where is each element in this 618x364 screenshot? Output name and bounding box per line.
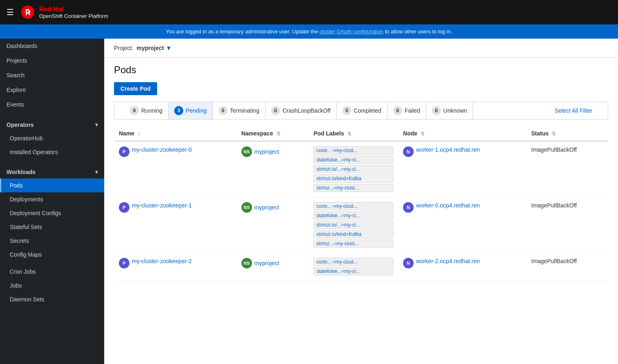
filter-tab-unknown[interactable]: 0 Unknown: [426, 102, 473, 119]
node-link[interactable]: worker-0.ocp4.redhat.ren: [416, 202, 480, 209]
filter-count-unknown: 0: [432, 106, 441, 115]
node-link[interactable]: worker-1.ocp4.redhat.ren: [416, 146, 480, 153]
label-badge[interactable]: statefulse...=my-cl...: [313, 156, 393, 164]
column-header-namespace[interactable]: Namespace ⇅: [237, 126, 309, 141]
node-icon: N: [403, 258, 414, 268]
sidebar-item-jobs-label: Jobs: [10, 282, 22, 289]
namespace-link[interactable]: myproject: [254, 148, 279, 155]
sidebar-item-search[interactable]: Search: [0, 68, 104, 83]
filter-label-unknown: Unknown: [443, 107, 467, 114]
table-row: Pmy-cluster-zookeeper-0NSmyprojectcontr.…: [114, 141, 608, 197]
sidebar-item-operatorhub[interactable]: OperatorHub: [0, 131, 104, 145]
sidebar-section-operators[interactable]: Operators ▾: [0, 115, 104, 131]
status-cell: ImagePullBackOff: [526, 141, 608, 197]
label-badge[interactable]: statefulse...=my-cl...: [313, 267, 393, 275]
label-badge[interactable]: contr... =my-clust...: [313, 258, 393, 266]
node-cell-inner: Nworker-0.ocp4.redhat.ren: [403, 202, 522, 213]
sidebar-item-daemon-sets[interactable]: Daemon Sets: [0, 292, 104, 306]
namespace-link[interactable]: myproject: [254, 260, 279, 266]
filter-count-completed: 0: [342, 106, 351, 115]
filter-tab-completed[interactable]: 0 Completed: [337, 102, 388, 119]
brand-subtitle: OpenShift Container Platform: [39, 13, 108, 20]
sidebar-item-projects[interactable]: Projects: [0, 53, 104, 68]
sidebar-item-deployments-label: Deployments: [10, 196, 43, 203]
pod-name-link[interactable]: my-cluster-zookeeper-0: [132, 146, 192, 153]
brand: Red Hat OpenShift Container Platform: [20, 5, 108, 20]
sidebar-item-installed-operators[interactable]: Installed Operators: [0, 145, 104, 159]
column-header-pod-labels[interactable]: Pod Labels ⇅: [309, 126, 398, 141]
namespace-cell: NSmyproject: [237, 197, 309, 253]
ns-cell: NSmyproject: [241, 202, 304, 213]
namespace-link[interactable]: myproject: [254, 204, 279, 211]
filter-label-crashloopbackoff: CrashLoopBackOff: [283, 107, 331, 114]
sidebar-item-daemon-sets-label: Daemon Sets: [10, 296, 44, 303]
sidebar-item-dashboards[interactable]: Dashboards: [0, 39, 104, 53]
label-badge[interactable]: strimzi.io/kind=Kafka: [313, 174, 393, 183]
name-sort-icon: ↑: [138, 131, 140, 137]
sidebar-item-explore[interactable]: Explore: [0, 83, 104, 97]
hamburger-menu-icon[interactable]: ☰: [7, 7, 14, 17]
sidebar-section-workloads[interactable]: Workloads ▾: [0, 162, 104, 179]
label-badge[interactable]: strimzi.io/kind=Kafka: [313, 230, 393, 238]
filter-tab-pending[interactable]: 3 Pending: [169, 102, 213, 119]
sidebar-item-events-label: Events: [7, 101, 24, 108]
filter-tab-terminating[interactable]: 0 Terminating: [213, 102, 265, 119]
filter-tab-running[interactable]: 0 Running: [124, 102, 169, 119]
column-header-node[interactable]: Node ⇅: [398, 126, 526, 141]
info-banner: You are logged in as a temporary adminis…: [0, 24, 618, 39]
pod-cell: Pmy-cluster-zookeeper-1: [119, 202, 232, 213]
sidebar-item-events[interactable]: Events: [0, 97, 104, 112]
sidebar-item-pods[interactable]: Pods: [0, 179, 104, 192]
select-all-filter-button[interactable]: Select All Filter: [549, 103, 598, 118]
column-header-status[interactable]: Status ⇅: [526, 126, 608, 141]
column-header-name[interactable]: Name ↑: [114, 126, 237, 141]
status-badge: ImagePullBackOff: [531, 202, 577, 209]
sidebar-item-secrets[interactable]: Secrets: [0, 234, 104, 248]
page-title: Pods: [114, 64, 608, 76]
sidebar-item-deployment-configs[interactable]: Deployment Configs: [0, 206, 104, 220]
sidebar-item-config-maps[interactable]: Config Maps: [0, 248, 104, 262]
sidebar-item-stateful-sets-label: Stateful Sets: [10, 224, 42, 230]
label-badge[interactable]: strimz...=my-clust...: [313, 184, 393, 192]
pod-name-cell: Pmy-cluster-zookeeper-1: [114, 197, 237, 253]
sidebar-item-secrets-label: Secrets: [10, 238, 29, 244]
label-badge[interactable]: contr... =my-clust...: [313, 202, 393, 210]
top-bar: ☰ Red Hat OpenShift Container Platform: [0, 0, 618, 24]
project-name: myproject: [136, 45, 164, 51]
filter-tab-failed[interactable]: 0 Failed: [388, 102, 426, 119]
pod-labels-sort-icon: ⇅: [347, 131, 351, 137]
status-cell: ImagePullBackOff: [526, 253, 608, 281]
sidebar-section-operators-label: Operators: [7, 122, 34, 128]
label-badge[interactable]: contr... =my-clust...: [313, 146, 393, 155]
banner-link[interactable]: cluster OAuth configuration: [320, 28, 384, 35]
sidebar-item-stateful-sets[interactable]: Stateful Sets: [0, 220, 104, 234]
pod-name-link[interactable]: my-cluster-zookeeper-2: [132, 258, 192, 264]
project-dropdown-icon[interactable]: ▾: [167, 44, 171, 52]
pod-status-icon: P: [119, 146, 129, 157]
workloads-chevron-icon: ▾: [95, 169, 98, 175]
label-badge[interactable]: strimzi.io/...=my-cl...: [313, 221, 393, 229]
sidebar-item-operatorhub-label: OperatorHub: [10, 135, 43, 142]
operators-chevron-icon: ▾: [95, 122, 98, 128]
page-header: Pods: [104, 58, 618, 79]
table-row: Pmy-cluster-zookeeper-2NSmyprojectcontr.…: [114, 253, 608, 281]
filter-tab-crashloopbackoff[interactable]: 0 CrashLoopBackOff: [265, 102, 337, 119]
label-badge[interactable]: strimz...=my-clust...: [313, 240, 393, 248]
sidebar-item-jobs[interactable]: Jobs: [0, 279, 104, 292]
sidebar-item-cron-jobs[interactable]: Cron Jobs: [0, 265, 104, 279]
pod-name-link[interactable]: my-cluster-zookeeper-1: [132, 202, 192, 209]
project-bar: Project: myproject ▾: [104, 39, 618, 58]
create-pod-button[interactable]: Create Pod: [114, 82, 157, 95]
node-cell: Nworker-1.ocp4.redhat.ren: [398, 141, 526, 197]
filter-count-running: 0: [130, 106, 139, 115]
node-icon: N: [403, 146, 414, 157]
label-badge[interactable]: statefulse...=my-cl...: [313, 211, 393, 220]
pod-cell: Pmy-cluster-zookeeper-2: [119, 258, 232, 268]
actions-bar: Create Pod: [104, 79, 618, 102]
node-link[interactable]: worker-2.ocp4.redhat.ren: [416, 258, 480, 264]
sidebar-item-deployments[interactable]: Deployments: [0, 192, 104, 206]
filter-count-crashloopbackoff: 0: [271, 106, 280, 115]
namespace-icon: NS: [241, 202, 252, 213]
pod-status-icon: P: [119, 202, 129, 213]
label-badge[interactable]: strimzi.io/...=my-cl...: [313, 165, 393, 173]
